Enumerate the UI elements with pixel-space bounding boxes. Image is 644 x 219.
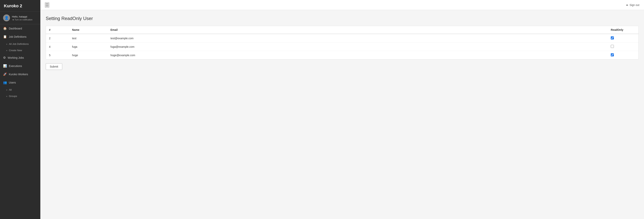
job-definitions-icon: 📋: [3, 35, 7, 39]
signout-icon: ➨: [626, 4, 628, 7]
cell-email: fuga@example.com: [108, 43, 608, 51]
chevron-icon-3: »: [6, 89, 7, 91]
sidebar-sub-item-label-groups: Groups: [9, 95, 17, 98]
page-title: Setting ReadOnly User: [46, 16, 638, 21]
table-row: 5hogehoge@example.com: [46, 51, 638, 60]
cell-num: 2: [46, 34, 69, 43]
dashboard-icon: 🏠: [3, 27, 7, 30]
user-section: 👤 Hello, hatappi ◄ Turn on notification: [0, 12, 40, 24]
sidebar-sub-item-label-all-users: All: [9, 88, 12, 91]
cell-name: test: [69, 34, 108, 43]
readonly-checkbox[interactable]: [611, 45, 614, 48]
cell-name: hoge: [69, 51, 108, 60]
sidebar-sub-item-all-job-definitions[interactable]: » All Job Definitions: [0, 41, 40, 47]
avatar: 👤: [3, 15, 10, 21]
app-title: Kuroko 2: [0, 0, 40, 12]
col-header-readonly: ReadOnly: [608, 26, 638, 34]
chevron-icon-2: »: [6, 49, 7, 52]
signout-label: Sign out: [630, 4, 640, 7]
chevron-icon: »: [6, 43, 7, 45]
cell-name: fuga: [69, 43, 108, 51]
cell-num: 5: [46, 51, 69, 60]
table-header: # Name Email ReadOnly: [46, 26, 638, 34]
kuroko-workers-icon: 🚀: [3, 72, 7, 76]
cell-email: hoge@example.com: [108, 51, 608, 60]
sidebar-item-label-users: Users: [9, 81, 16, 84]
sidebar-item-label-working-jobs: Working Jobs: [8, 56, 24, 59]
hello-text: Hello, hatappi: [12, 15, 32, 18]
sidebar-item-working-jobs[interactable]: ⚙ Working Jobs: [0, 54, 40, 62]
col-header-num: #: [46, 26, 69, 34]
cell-email: test@example.com: [108, 34, 608, 43]
chevron-icon-4: »: [6, 95, 7, 97]
sidebar-sub-item-groups[interactable]: » Groups: [0, 93, 40, 99]
sidebar: Kuroko 2 👤 Hello, hatappi ◄ Turn on noti…: [0, 0, 40, 219]
main-content: ☰ ➨ Sign out Setting ReadOnly User # Nam…: [40, 0, 644, 219]
sidebar-sub-item-label-all-job-definitions: All Job Definitions: [9, 43, 29, 45]
users-table: # Name Email ReadOnly 2testtest@example.…: [46, 26, 638, 59]
sidebar-item-label-executions: Executions: [9, 65, 22, 68]
hamburger-button[interactable]: ☰: [45, 2, 49, 8]
sidebar-item-label-dashboard: Dashboard: [9, 27, 22, 30]
sidebar-item-executions[interactable]: 📊 Executions: [0, 62, 40, 70]
readonly-checkbox[interactable]: [611, 53, 614, 56]
cell-readonly: [608, 51, 638, 60]
cell-readonly: [608, 43, 638, 51]
working-jobs-icon: ⚙: [3, 56, 6, 60]
sidebar-sub-item-create-new[interactable]: » Create New: [0, 47, 40, 54]
table-row: 2testtest@example.com: [46, 34, 638, 43]
table-row: 4fugafuga@example.com: [46, 43, 638, 51]
submit-button[interactable]: Submit: [46, 63, 62, 70]
avatar-icon: 👤: [4, 16, 9, 20]
sidebar-item-job-definitions[interactable]: 📋 Job Definitions: [0, 33, 40, 41]
table-body: 2testtest@example.com4fugafuga@example.c…: [46, 34, 638, 59]
signout-button[interactable]: ➨ Sign out: [626, 4, 640, 7]
sidebar-item-label-kuroko-workers: Kuroko Workers: [9, 73, 28, 76]
readonly-checkbox[interactable]: [611, 36, 614, 40]
users-icon: 👥: [3, 81, 7, 84]
notification-link[interactable]: ◄ Turn on notification: [12, 19, 32, 21]
sidebar-item-label-job-definitions: Job Definitions: [9, 35, 26, 38]
executions-icon: 📊: [3, 64, 7, 68]
topbar: ☰ ➨ Sign out: [40, 0, 644, 10]
sidebar-item-dashboard[interactable]: 🏠 Dashboard: [0, 24, 40, 33]
users-table-container: # Name Email ReadOnly 2testtest@example.…: [46, 26, 638, 60]
cell-num: 4: [46, 43, 69, 51]
content-area: Setting ReadOnly User # Name Email ReadO…: [40, 10, 644, 76]
sidebar-item-kuroko-workers[interactable]: 🚀 Kuroko Workers: [0, 70, 40, 78]
sidebar-item-users[interactable]: 👥 Users: [0, 78, 40, 87]
col-header-email: Email: [108, 26, 608, 34]
sidebar-sub-item-label-create-new: Create New: [9, 49, 22, 52]
col-header-name: Name: [69, 26, 108, 34]
cell-readonly: [608, 34, 638, 43]
sidebar-sub-item-all-users[interactable]: » All: [0, 87, 40, 93]
